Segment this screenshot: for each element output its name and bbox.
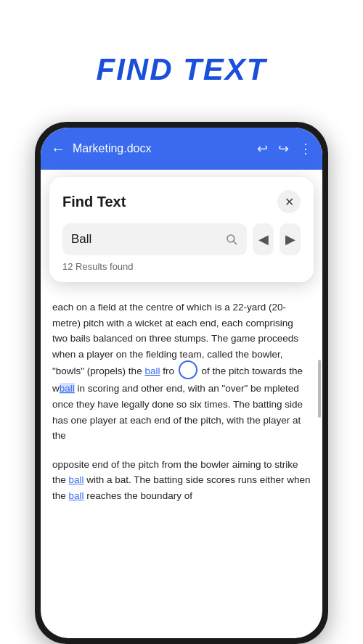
paragraph-2: opposite end of the pitch from the bowle… — [52, 457, 311, 504]
top-bar: ← Marketing.docx ↩ ↪ ⋮ — [41, 128, 322, 170]
undo-button[interactable]: ↩ — [257, 141, 268, 157]
document-title: Marketing.docx — [73, 142, 250, 155]
page-title-section: FIND TEXT — [0, 0, 363, 87]
paragraph-1: each on a field at the centre of which i… — [52, 300, 311, 444]
next-result-button[interactable]: ▶ — [280, 223, 301, 255]
highlight-ball-2: ball — [60, 383, 75, 394]
find-input-row: ◀ ▶ — [62, 223, 301, 255]
highlight-ball-1: ball — [144, 366, 160, 376]
magnifier-circle — [179, 360, 197, 379]
search-icon — [225, 233, 238, 246]
more-options-button[interactable]: ⋮ — [299, 141, 312, 157]
paragraph-1-text-scoring: scoring and other end, with an "over" be — [85, 383, 261, 394]
back-button[interactable]: ← — [51, 141, 65, 157]
redo-button[interactable]: ↪ — [278, 141, 289, 157]
highlight-ball-4: ball — [69, 490, 84, 501]
find-dialog-header: Find Text ✕ — [62, 190, 301, 213]
scrollbar[interactable] — [318, 360, 321, 418]
phone-screen: ← Marketing.docx ↩ ↪ ⋮ Find Text ✕ — [41, 128, 322, 638]
paragraph-1-text-cont: in — [75, 383, 85, 394]
search-icon-button[interactable] — [225, 233, 238, 246]
page-title: FIND TEXT — [0, 0, 363, 87]
find-dialog-title: Find Text — [62, 194, 126, 210]
find-input-wrapper — [62, 223, 247, 255]
prev-result-button[interactable]: ◀ — [253, 223, 274, 255]
phone-frame: ← Marketing.docx ↩ ↪ ⋮ Find Text ✕ — [35, 122, 328, 644]
close-find-dialog-button[interactable]: ✕ — [277, 190, 301, 213]
highlight-ball-3: ball — [69, 474, 84, 485]
svg-line-1 — [234, 242, 237, 244]
results-count: 12 Results found — [62, 261, 301, 272]
document-content: each on a field at the centre of which i… — [41, 289, 322, 536]
paragraph-1-text-mid: fro — [160, 366, 174, 376]
top-bar-icons: ↩ ↪ ⋮ — [257, 141, 312, 157]
find-text-input[interactable] — [71, 232, 225, 247]
find-text-dialog: Find Text ✕ ◀ ▶ 12 Results found — [49, 177, 314, 282]
paragraph-2-text-end: reaches the boundary of — [84, 490, 192, 501]
